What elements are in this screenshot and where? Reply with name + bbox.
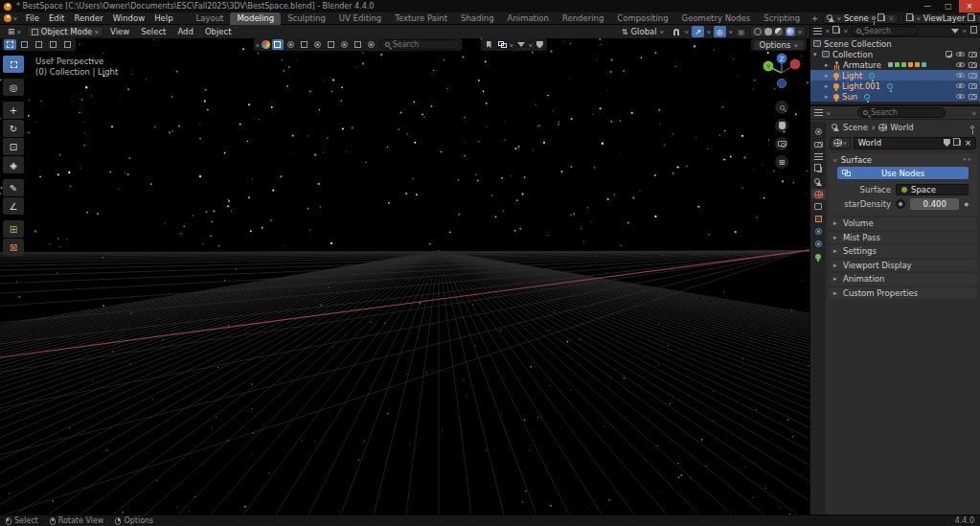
filter-surface-toggle[interactable]: [299, 39, 310, 50]
expand-icon[interactable]: ▸: [825, 82, 831, 90]
shading-wireframe-button[interactable]: [754, 28, 762, 35]
tab-tool[interactable]: [811, 126, 826, 137]
chevron-down-icon[interactable]: ∨: [798, 29, 803, 34]
tab-modeling[interactable]: Modeling: [230, 12, 281, 25]
properties-search[interactable]: [857, 107, 946, 118]
tab-world[interactable]: [811, 189, 826, 199]
tool-select-box[interactable]: [3, 56, 24, 73]
tab-shading[interactable]: Shading: [454, 12, 501, 25]
chevron-down-icon[interactable]: ∨: [825, 28, 830, 34]
tool-duplicate[interactable]: ⊠: [3, 239, 24, 256]
world-name-field[interactable]: World ×: [854, 137, 976, 149]
tab-constraints[interactable]: [811, 226, 826, 237]
filter-empty-toggle[interactable]: [366, 39, 377, 50]
outliner-row-collection[interactable]: ▾ Collection: [810, 49, 980, 59]
filter-armature-toggle[interactable]: [339, 39, 351, 50]
tool-scale[interactable]: ⊡: [3, 138, 24, 155]
select-mode-set[interactable]: [4, 39, 16, 50]
select-mode-invert[interactable]: [47, 39, 59, 50]
pin-icon[interactable]: [970, 126, 974, 129]
minimize-button[interactable]: —: [917, 0, 938, 12]
tool-add-cube[interactable]: ⊞: [3, 220, 24, 238]
panel-options-icon[interactable]: ••: [963, 156, 972, 164]
tab-collection[interactable]: [811, 201, 826, 212]
new-scene-icon[interactable]: [880, 15, 885, 21]
select-mode-extend[interactable]: [18, 39, 31, 50]
filter-text-toggle[interactable]: [326, 39, 337, 50]
chevron-down-icon[interactable]: ∨: [728, 29, 733, 34]
chevron-down-icon[interactable]: ∨: [972, 110, 977, 116]
expand-icon[interactable]: ▸: [825, 61, 831, 69]
chevron-down-icon[interactable]: ∨: [528, 42, 533, 48]
close-button[interactable]: ×: [959, 0, 980, 12]
axis-neg-z-ball[interactable]: [777, 79, 786, 87]
input-socket-icon[interactable]: [896, 199, 905, 209]
eye-icon[interactable]: [956, 83, 965, 88]
tab-sculpting[interactable]: Sculpting: [281, 12, 332, 25]
bookmark-toggle[interactable]: [483, 39, 494, 50]
mode-selector[interactable]: Object Mode ∨: [27, 26, 103, 37]
menu-help[interactable]: Help: [149, 12, 177, 25]
chevron-down-icon[interactable]: ∨: [509, 42, 513, 48]
camera-view-button[interactable]: [775, 137, 788, 150]
panel-animation[interactable]: ▸ Animation: [829, 273, 977, 286]
panel-volume[interactable]: ▸ Volume: [829, 217, 977, 230]
filter-mesh-toggle[interactable]: [272, 39, 284, 50]
panel-mist-pass[interactable]: ▸ Mist Pass: [829, 232, 977, 244]
properties-search-input[interactable]: [871, 108, 940, 117]
outliner-row-scene-collection[interactable]: Scene Collection: [810, 38, 980, 49]
pin-icon[interactable]: [872, 16, 876, 20]
tab-render[interactable]: [811, 139, 826, 149]
zoom-button[interactable]: [775, 101, 788, 114]
expand-icon[interactable]: ▸: [825, 72, 831, 80]
unlink-icon[interactable]: ×: [965, 138, 971, 148]
xray-toggle[interactable]: ▣: [735, 26, 747, 37]
breadcrumb-scene[interactable]: Scene: [843, 123, 868, 132]
options-button[interactable]: Options ∨: [753, 39, 805, 51]
shading-material-button[interactable]: [775, 28, 783, 35]
duplicate-icon[interactable]: [956, 140, 961, 146]
menu-render[interactable]: Render: [69, 12, 107, 25]
transform-orientation-button[interactable]: ⇅ Global ∨: [618, 26, 668, 37]
expand-icon[interactable]: ▸: [825, 93, 831, 101]
menu-file[interactable]: File: [21, 12, 44, 25]
new-collection-icon[interactable]: [972, 28, 977, 34]
camera-render-icon[interactable]: [969, 83, 977, 89]
axis-x-ball[interactable]: [790, 59, 801, 70]
menu-edit[interactable]: Edit: [44, 12, 69, 25]
surface-shader-field[interactable]: Space: [896, 184, 969, 195]
world-browse-button[interactable]: ∨: [830, 137, 851, 149]
shield-check-button[interactable]: [534, 39, 545, 50]
panel-viewport-display[interactable]: ▸ Viewport Display: [829, 260, 977, 272]
app-menu-button[interactable]: ∨: [0, 14, 21, 22]
tool-annotate[interactable]: ✎: [3, 179, 24, 196]
menu-object[interactable]: Object: [200, 27, 237, 36]
tab-data[interactable]: [811, 251, 826, 262]
collapse-icon[interactable]: ▾: [813, 51, 819, 58]
eye-icon[interactable]: [956, 62, 965, 67]
tool-move[interactable]: +: [3, 102, 24, 119]
camera-render-icon[interactable]: [969, 52, 977, 57]
panel-custom-properties[interactable]: ▸ Custom Properties: [829, 287, 977, 300]
use-nodes-button[interactable]: Use Nodes: [837, 167, 969, 179]
chevron-down-icon[interactable]: ∨: [255, 42, 260, 48]
editor-type-button[interactable]: ⊞ ∨: [4, 26, 25, 37]
tab-uv-editing[interactable]: UV Editing: [332, 12, 388, 25]
camera-render-icon[interactable]: [969, 94, 977, 100]
select-mode-subtract[interactable]: [33, 39, 45, 50]
outliner-row-light-001[interactable]: ▸ Light.001: [810, 80, 980, 91]
maximize-button[interactable]: ▢: [938, 0, 959, 12]
outliner-row-light[interactable]: ▸ Light: [810, 70, 980, 80]
snap-toggle[interactable]: [670, 26, 682, 37]
exclude-checkbox[interactable]: [946, 51, 952, 57]
tab-rendering[interactable]: Rendering: [556, 12, 610, 25]
filter-icon[interactable]: [951, 29, 959, 34]
chevron-down-icon[interactable]: ∨: [706, 29, 711, 34]
snap-with-button[interactable]: ↗: [692, 26, 704, 37]
shading-solid-button[interactable]: [764, 28, 772, 35]
menu-select[interactable]: Select: [136, 27, 171, 36]
camera-render-icon[interactable]: [969, 62, 977, 68]
outliner-search[interactable]: [851, 26, 918, 36]
hierarchy-button[interactable]: [496, 39, 508, 50]
shading-rendered-active[interactable]: [786, 27, 795, 36]
